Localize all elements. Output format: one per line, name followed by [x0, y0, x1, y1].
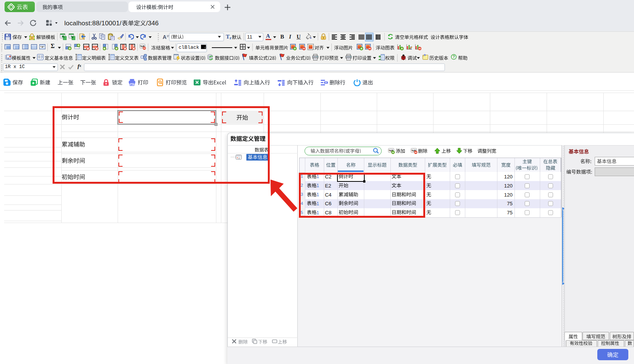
svg-text:?: ?: [452, 55, 455, 59]
svg-text:+a+: +a+: [40, 45, 45, 48]
